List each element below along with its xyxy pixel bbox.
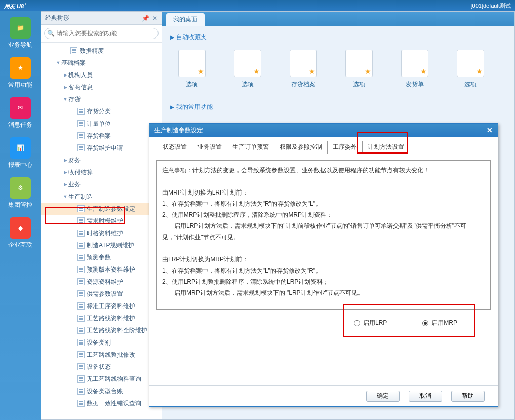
doc-icon (77, 108, 85, 115)
title-bar: 用友 U8+ [001]default测试 (0, 0, 515, 11)
dialog-tab[interactable]: 权限及参照控制 (274, 141, 327, 154)
doc-icon (77, 254, 85, 261)
nav-ent[interactable]: ◆企业互联 (8, 217, 32, 249)
notice-line: 1、在存货档案中，将原有计划方法为"L"的存货修改为"R"。 (162, 265, 485, 276)
tree-node[interactable]: 数据精度 (41, 45, 162, 57)
doc-icon (77, 388, 85, 395)
tile[interactable]: 发货单 (401, 50, 428, 89)
dialog-title: 生产制造参数设定 (154, 126, 203, 135)
tree-node[interactable]: 预测版本资料维护 (41, 263, 162, 276)
doc-icon (77, 120, 85, 127)
tree-node[interactable]: 标准工序资料维护 (41, 300, 162, 312)
tree-node[interactable]: 存货分类 (41, 105, 162, 118)
tile[interactable]: 选项 (457, 50, 484, 89)
nav-group[interactable]: ⚙集团管控 (8, 177, 32, 209)
tile[interactable]: 选项 (178, 50, 206, 89)
dialog-tab[interactable]: 工序委外 (327, 141, 362, 154)
doc-icon (77, 375, 85, 383)
tree-node[interactable]: 时格资料维护 (41, 227, 162, 239)
ok-button[interactable]: 确定 (366, 391, 400, 402)
notice-line: 启用MRP计划方法后，需求规划模块下的 "LRP计划作业"节点不可见。 (162, 287, 485, 298)
tree-node[interactable]: 制造ATP规则维护 (41, 239, 162, 251)
chevron-right-icon: ▶ (62, 182, 68, 187)
tree-node[interactable]: 工艺路线资料全阶维护 (41, 324, 162, 336)
tree-node[interactable]: ▶财务 (41, 154, 162, 166)
tree-node[interactable]: 设备类型台账 (41, 385, 162, 397)
tree-node[interactable]: 存货档案 (41, 130, 162, 142)
cancel-button[interactable]: 取消 (409, 391, 442, 402)
doc-icon (77, 339, 85, 346)
tile-label: 选项 (242, 80, 254, 89)
tree-node[interactable]: ▼生产制造 (41, 190, 162, 203)
help-button[interactable]: 帮助 (451, 391, 485, 402)
doc-icon (77, 327, 85, 334)
notice-line: 由LRP计划切换为MRP计划前： (162, 254, 485, 265)
doc-icon (77, 205, 85, 212)
tree-node[interactable]: 工艺路线资料维护 (41, 312, 162, 324)
dialog-footer: 确定 取消 帮助 (149, 385, 498, 406)
chevron-right-icon: ▶ (62, 158, 68, 163)
nav-biz[interactable]: 📁业务导航 (8, 17, 32, 49)
tile[interactable]: 选项 (345, 50, 373, 89)
nav-msg[interactable]: ✉消息任务 (8, 97, 32, 129)
tree-node[interactable]: 设备类别 (41, 336, 162, 349)
dialog-tab[interactable]: 计划方法设置 (362, 141, 409, 154)
nav-report[interactable]: 📊报表中心 (8, 137, 32, 169)
pin-icon[interactable]: 📌 (142, 15, 149, 22)
tree-node[interactable]: 预测参数 (41, 251, 162, 263)
radio-mrp[interactable]: 启用MRP (422, 319, 457, 327)
tile-icon (401, 50, 428, 77)
doc-icon (77, 351, 85, 358)
tile[interactable]: 存货档案 (290, 50, 317, 89)
tile[interactable]: 选项 (234, 50, 261, 89)
close-icon[interactable]: ✕ (152, 15, 157, 22)
report-icon: 📊 (10, 137, 31, 159)
tree-node[interactable]: ▼存货 (41, 93, 162, 105)
dialog-tab[interactable]: 状态设置 (157, 141, 192, 154)
radio-icon (354, 320, 360, 326)
content-tabs: 我的桌面 (162, 12, 514, 26)
tree-label: 设备类型台账 (87, 387, 123, 396)
tree-label: 存货档案 (87, 132, 111, 140)
nav-fav[interactable]: ★常用功能 (8, 57, 32, 89)
dialog-tab[interactable]: 业务设置 (192, 141, 227, 154)
tree-label: 工艺路线资料维护 (87, 314, 135, 323)
tree-node[interactable]: 设备状态 (41, 361, 162, 373)
tree-node[interactable]: 需求时栅维护 (41, 215, 162, 227)
tree-label: 工艺路线资料全阶维护 (87, 326, 147, 335)
tree-node[interactable]: 存货维护申请 (41, 142, 162, 154)
tab-desktop[interactable]: 我的桌面 (166, 13, 205, 26)
tree-node[interactable]: 资源资料维护 (41, 276, 162, 288)
search-input[interactable] (44, 28, 159, 39)
network-icon: ⚙ (10, 177, 31, 199)
tree-node[interactable]: 无工艺路线物料查询 (41, 373, 162, 385)
tree-label: 资源资料维护 (87, 278, 123, 286)
section-auto-fav[interactable]: ▶自动收藏夹 (170, 33, 506, 42)
tree-node[interactable]: 计量单位 (41, 118, 162, 130)
tree-node[interactable]: ▶收付结算 (41, 166, 162, 178)
dialog-params: 生产制造参数设定 ✕ 状态设置业务设置生产订单预警权限及参照控制工序委外计划方法… (149, 123, 498, 407)
tree-label: 时格资料维护 (87, 229, 123, 238)
doc-icon (77, 315, 85, 322)
radio-lrp[interactable]: 启用LRP (354, 319, 387, 327)
tree-node[interactable]: 供需参数设置 (41, 288, 162, 300)
tree-label: 存货维护申请 (87, 144, 123, 152)
tree-node[interactable]: ▶业务 (41, 178, 162, 190)
app-title: 用友 U8+ (4, 2, 26, 10)
section-common[interactable]: ▶我的常用功能 (170, 103, 506, 111)
tree-node[interactable]: ▼基础档案 (41, 57, 162, 69)
doc-icon (77, 242, 85, 249)
dialog-title-bar: 生产制造参数设定 ✕ (149, 124, 498, 137)
tree-label: 生产制造参数设定 (87, 205, 135, 213)
tile-label: 选项 (186, 80, 198, 89)
tree-label: 标准工序资料维护 (87, 302, 135, 311)
tree-label: 制造ATP规则维护 (87, 241, 134, 250)
tree-node[interactable]: ▶客商信息 (41, 81, 162, 93)
tree-node[interactable]: 数据一致性错误查询 (41, 397, 162, 409)
notice-line: 1、在存货档案中，将原有计划方法为"R"的存货修改为"L"。 (162, 198, 485, 209)
tree-node[interactable]: 生产制造参数设定 (41, 203, 162, 215)
dialog-tab[interactable]: 生产订单预警 (227, 141, 274, 154)
tree-node[interactable]: ▶机构人员 (41, 69, 162, 81)
close-icon[interactable]: ✕ (487, 126, 493, 134)
tree-node[interactable]: 工艺路线整批修改 (41, 349, 162, 361)
